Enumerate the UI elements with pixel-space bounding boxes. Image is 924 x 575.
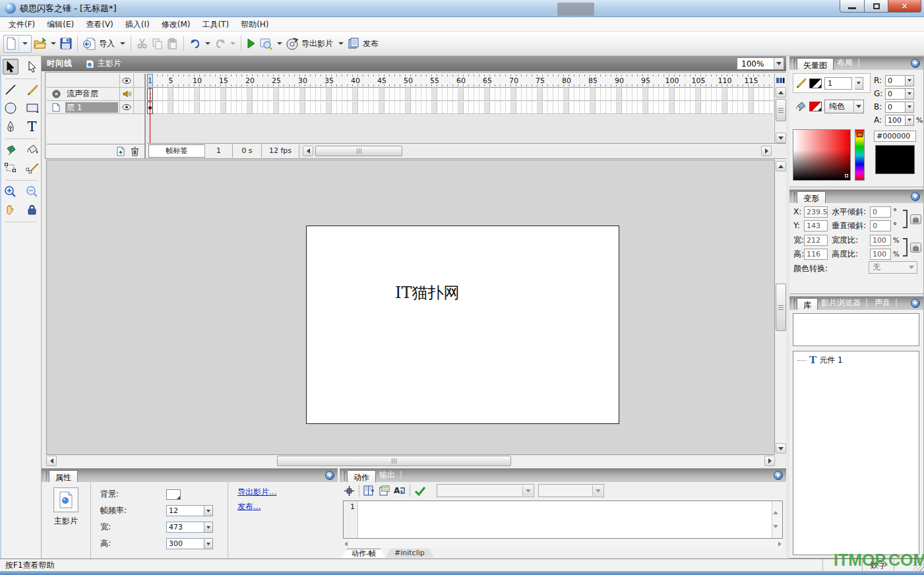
- new-document-dropdown[interactable]: [22, 42, 28, 45]
- script-horizontal-scrollbar[interactable]: [343, 539, 783, 548]
- paste-button[interactable]: [165, 37, 180, 51]
- stroke-width-spinner[interactable]: [855, 77, 863, 90]
- find-replace-button[interactable]: A: [394, 485, 406, 496]
- ellipse-tool[interactable]: [3, 100, 18, 116]
- timeline-ruler[interactable]: 5101520253035404550556065707580859095100…: [147, 74, 773, 88]
- wratio-input[interactable]: 100: [870, 235, 891, 246]
- alpha-input[interactable]: 100: [885, 115, 906, 126]
- layer-row-sound[interactable]: 流声音层: [47, 88, 144, 101]
- menu-view[interactable]: 查看(V): [80, 18, 119, 32]
- stage-vscroll-up[interactable]: [776, 161, 786, 171]
- copy-button[interactable]: [150, 37, 165, 51]
- tab-output[interactable]: 输出: [376, 468, 406, 482]
- vector-collapse-button[interactable]: [911, 59, 920, 68]
- menu-help[interactable]: 帮助(H): [235, 18, 274, 32]
- arrow-tool[interactable]: [3, 59, 18, 75]
- stage-vscroll-down[interactable]: [776, 443, 786, 454]
- scene-tab-main-movie[interactable]: 主影片: [86, 58, 121, 69]
- height-input[interactable]: 116: [804, 249, 828, 260]
- blue-input[interactable]: 0: [885, 102, 906, 113]
- redo-dropdown[interactable]: [230, 42, 235, 45]
- timeline-scroll-up[interactable]: [776, 87, 786, 98]
- fps-display[interactable]: 12 fps: [262, 144, 299, 158]
- timeline-scroll-down[interactable]: [776, 133, 786, 143]
- stroke-color-swatch[interactable]: [809, 78, 822, 88]
- new-document-button[interactable]: [5, 37, 17, 50]
- visibility-column-header[interactable]: [119, 74, 133, 87]
- import-dropdown[interactable]: [120, 42, 125, 45]
- stroke-width-input[interactable]: 1: [824, 77, 852, 90]
- menu-tools[interactable]: 工具(T): [196, 18, 235, 32]
- frame-label-input[interactable]: 帧标签: [148, 144, 205, 158]
- import-button[interactable]: 导入: [81, 36, 118, 51]
- rectangle-tool[interactable]: [24, 100, 40, 116]
- close-button[interactable]: ✕: [888, 0, 921, 13]
- preview-dropdown[interactable]: [277, 42, 282, 45]
- width-input[interactable]: 473: [166, 522, 204, 533]
- properties-collapse-button[interactable]: [325, 471, 334, 480]
- layer-sound-toggle[interactable]: [119, 88, 133, 100]
- tab-sound[interactable]: 声音: [871, 296, 901, 310]
- library-item-symbol1[interactable]: T 元件 1: [797, 354, 919, 366]
- hex-color-input[interactable]: #000000: [874, 131, 916, 142]
- background-color-swatch[interactable]: [166, 489, 181, 500]
- stage-vscroll-thumb[interactable]: [776, 284, 786, 331]
- tab-vector[interactable]: 矢量图: [797, 58, 834, 70]
- hue-marker[interactable]: [857, 133, 863, 137]
- menu-insert[interactable]: 插入(I): [119, 18, 156, 32]
- add-layer-button[interactable]: [116, 146, 125, 156]
- hue-bar[interactable]: [855, 129, 865, 181]
- ratio-lock-button[interactable]: [910, 243, 921, 253]
- fill-type-dropdown[interactable]: 纯色: [824, 100, 864, 113]
- pencil-tool[interactable]: [24, 82, 40, 98]
- script-vertical-scrollbar[interactable]: [772, 501, 782, 538]
- alpha-spinner[interactable]: [906, 115, 914, 126]
- redo-button[interactable]: [212, 37, 228, 50]
- subselect-tool[interactable]: [24, 59, 40, 75]
- publish-link[interactable]: 发布...: [237, 501, 338, 512]
- red-input[interactable]: 0: [885, 75, 906, 86]
- export-dropdown[interactable]: [338, 42, 344, 45]
- color-convert-dropdown[interactable]: 无: [869, 261, 917, 274]
- insert-target-path-button[interactable]: [344, 485, 355, 497]
- height-input[interactable]: 300: [166, 538, 204, 549]
- tab-transform[interactable]: 变形: [797, 191, 826, 203]
- skew-h-input[interactable]: 0: [870, 206, 891, 218]
- hand-tool[interactable]: [3, 202, 18, 218]
- undo-button[interactable]: [187, 37, 203, 50]
- stage-hscroll-left[interactable]: [46, 456, 57, 466]
- tab-initclip[interactable]: #initclip: [385, 549, 434, 558]
- timeline-hscroll-thumb[interactable]: [315, 146, 402, 156]
- library-collapse-button[interactable]: [911, 299, 920, 308]
- preview-button[interactable]: [258, 36, 275, 51]
- actions-collapse-button[interactable]: [774, 471, 783, 480]
- tab-actions[interactable]: 动作: [347, 470, 376, 482]
- actions-event-combo[interactable]: [538, 484, 604, 497]
- blue-spinner[interactable]: [906, 102, 914, 113]
- timeline-hscroll-right[interactable]: [761, 146, 772, 156]
- smooth-pencil-tool[interactable]: [24, 160, 40, 176]
- y-input[interactable]: 143: [804, 220, 828, 231]
- fill-color-swatch[interactable]: [809, 102, 822, 111]
- hratio-input[interactable]: 100: [870, 249, 891, 260]
- transform-collapse-button[interactable]: [911, 192, 920, 201]
- delete-layer-button[interactable]: [131, 146, 139, 156]
- actions-catalog-button[interactable]: [363, 485, 375, 496]
- layer-row-1[interactable]: 层 1: [47, 101, 144, 114]
- tab-layout[interactable]: 布局: [834, 56, 863, 70]
- tab-properties[interactable]: 属性: [49, 470, 78, 482]
- width-spinner[interactable]: [204, 522, 213, 533]
- playhead-line[interactable]: [150, 88, 150, 144]
- canvas-text[interactable]: IT猫扑网: [395, 282, 460, 303]
- skew-v-input[interactable]: 0: [870, 220, 891, 231]
- menu-modify[interactable]: 修改(M): [156, 18, 197, 32]
- green-spinner[interactable]: [906, 88, 914, 100]
- publish-button[interactable]: 发布: [346, 36, 382, 51]
- export-movie-button[interactable]: 导出影片: [284, 36, 336, 51]
- playhead-marker[interactable]: 1: [147, 74, 153, 88]
- x-input[interactable]: 239.5: [804, 206, 828, 218]
- text-tool[interactable]: T: [24, 119, 40, 135]
- tab-library[interactable]: 库: [797, 298, 818, 310]
- stage-horizontal-scrollbar[interactable]: [46, 456, 775, 467]
- green-input[interactable]: 0: [885, 88, 906, 100]
